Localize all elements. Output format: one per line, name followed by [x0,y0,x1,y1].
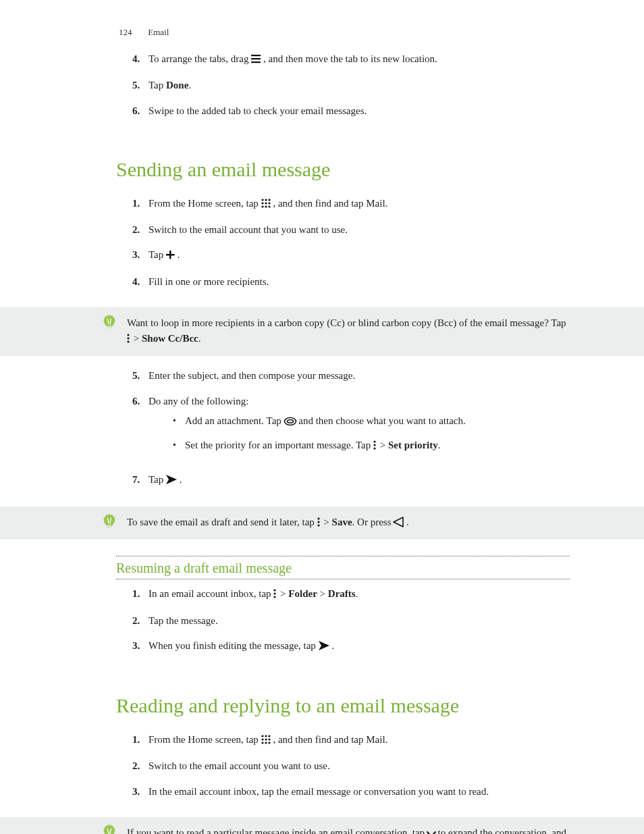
section-reading: Reading and replying to an email message… [0,694,644,809]
text-bold: Folder [288,588,317,599]
chapter-title: Email [148,27,169,37]
text: Want to loop in more recipients in a car… [127,317,566,328]
text: . [175,249,180,260]
text: To arrange the tabs, drag [149,53,251,64]
section-sending-cont: 5. Enter the subject, and then compose y… [0,368,644,498]
text: , and then move the tab to its new locat… [261,53,437,64]
text: . [198,333,201,344]
text-bold: Show Cc/Bcc [142,333,198,344]
page: 124 Email 4. To arrange the tabs, drag ,… [0,0,644,834]
text: Fill in one or more recipients. [149,276,269,287]
send-icon [319,640,329,655]
text: Tap [149,80,166,90]
text: . Or press [352,517,394,527]
text: Switch to the email account that you wan… [149,224,348,235]
text: > [317,588,328,599]
text-bold: Drafts [328,588,356,599]
text: Tap the message. [149,615,218,626]
text: In an email account inbox, tap [149,588,273,599]
text: Switch to the email account you want to … [149,760,330,771]
text: > [131,333,142,344]
sending-step-4: 4. Fill in one or more recipients. [132,274,570,299]
sending-bullet-priority: Set the priority for an important messag… [173,438,570,463]
continuation-steps: 4. To arrange the tabs, drag , and then … [0,51,644,128]
text: , and then find and tap Mail. [271,198,388,209]
tip-expand-conversation: If you want to read a particular message… [0,817,644,834]
text: In the email account inbox, tap the emai… [149,786,489,797]
text: Do any of the following: [149,396,248,407]
text: From the Home screen, tap [149,198,261,209]
text: > [377,440,388,450]
tip-save-draft: To save the email as draft and send it l… [0,506,644,540]
text: Add an attachment. Tap [185,415,284,426]
lightbulb-icon [103,824,116,834]
text: . [177,474,182,485]
sending-step-5: 5. Enter the subject, and then compose y… [132,368,570,393]
section-resuming: Resuming a draft email message 1. In an … [0,556,644,664]
sending-step-3: 3. Tap . [132,247,570,273]
heading-sending: Sending an email message [116,158,570,181]
page-header: 124 Email [0,0,644,45]
text: . [356,588,358,599]
back-icon [394,516,404,531]
text-bold: Done [166,80,188,90]
attachment-icon [284,415,296,430]
reading-step-1: 1. From the Home screen, tap , and then … [132,732,570,758]
text: Tap [149,474,166,485]
resuming-step-3: 3. When you finish editing the message, … [132,638,570,664]
text: Tap [149,249,166,260]
sending-bullet-attach: Add an attachment. Tap and then choose w… [173,413,570,438]
sending-step-6: 6. Do any of the following: Add an attac… [132,394,570,472]
chevron-down-icon [427,827,435,834]
text-bold: Save [332,517,352,527]
text: When you finish editing the message, tap [149,640,319,651]
step-6: 6. Swipe to the added tab to check your … [132,103,570,128]
text: To save the email as draft and send it l… [127,517,317,527]
reading-step-2: 2. Switch to the email account you want … [132,758,570,783]
text: . [329,640,335,651]
text: . [438,440,441,450]
resuming-step-2: 2. Tap the message. [132,613,570,638]
text: > [321,517,332,527]
text: Enter the subject, and then compose your… [149,370,355,381]
heading-reading: Reading and replying to an email message [116,694,570,717]
reading-step-3: 3. In the email account inbox, tap the e… [132,784,570,809]
text: Set the priority for an important messag… [185,440,373,450]
hamburger-icon [251,53,261,68]
apps-grid-icon [261,197,271,213]
step-5: 5. Tap Done. [132,78,570,103]
lightbulb-icon [103,314,116,330]
tip-cc-bcc: Want to loop in more recipients in a car… [0,307,644,357]
text: , and then find and tap Mail. [271,734,388,745]
text: From the Home screen, tap [149,734,261,745]
lightbulb-icon [103,513,116,529]
text: . [404,517,409,527]
heading-resuming: Resuming a draft email message [116,556,570,579]
apps-grid-icon [261,733,271,749]
sending-step-7: 7. Tap . [132,472,570,498]
text: and then choose what you want to attach. [296,415,466,426]
step-4: 4. To arrange the tabs, drag , and then … [132,51,570,78]
resuming-step-1: 1. In an email account inbox, tap > Fold… [132,586,570,613]
plus-icon [166,249,175,264]
send-icon [166,473,177,489]
section-sending: Sending an email message 1. From the Hom… [0,158,644,299]
text: . [188,80,191,90]
sending-step-2: 2. Switch to the email account that you … [132,222,570,247]
sending-step-1: 1. From the Home screen, tap , and then … [132,196,570,222]
text: If you want to read a particular message… [127,827,427,834]
page-number: 124 [119,27,146,38]
text: > [277,588,288,599]
text: Swipe to the added tab to check your ema… [149,105,367,116]
text-bold: Set priority [388,440,438,450]
